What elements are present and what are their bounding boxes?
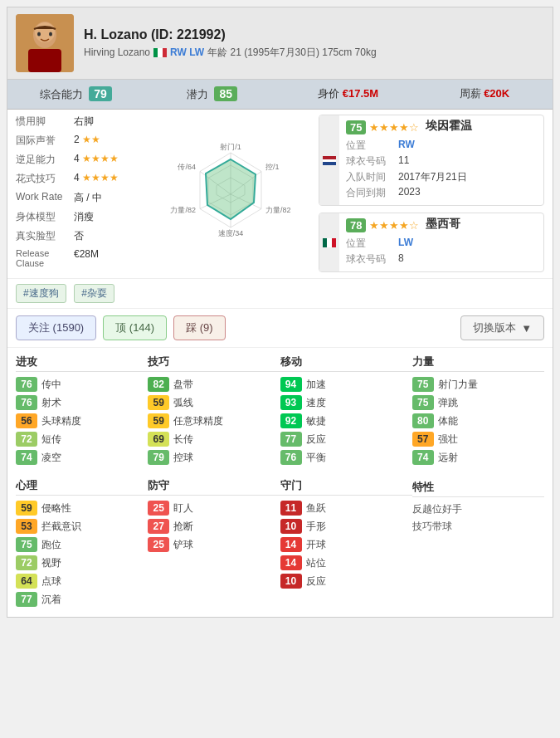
attr-minjie: 敏捷: [306, 414, 326, 428]
attr-qiangduan: 抢断: [173, 520, 193, 534]
attr-chenzhe: 沉着: [41, 593, 61, 607]
psv-rating: 75 ★★★★☆ 埃因霍温: [346, 119, 537, 135]
psv-flag: [319, 115, 339, 205]
attack-section: 进攻 76 传中 76 射术 56 头球精度 72: [16, 354, 148, 468]
avatar: [16, 14, 74, 72]
mexico-stars: ★★★★☆: [369, 219, 419, 232]
table-row: 92 敏捷: [280, 413, 412, 428]
score-kongqiu: 79: [148, 450, 169, 465]
overall-label: 综合能力: [40, 88, 83, 100]
preferred-foot-row: 惯用脚 右脚: [16, 115, 149, 129]
score-minjie: 92: [280, 413, 302, 428]
score-pingheng: 76: [280, 450, 302, 465]
table-row: 10 手形: [280, 519, 412, 534]
table-row: 25 盯人: [148, 501, 280, 516]
attr-huxian: 弧线: [173, 396, 193, 410]
attr-lingkong: 凌空: [41, 451, 61, 465]
real-face-row: 真实脸型 否: [16, 229, 149, 243]
movement-section: 移动 94 加速 93 速度 92 敏捷 77: [280, 354, 412, 468]
wage-stat: 周薪 €20K: [416, 80, 553, 109]
preferred-foot-value: 右脚: [74, 115, 94, 129]
score-chanqiu: 25: [148, 537, 169, 552]
psv-name: 埃因霍温: [426, 119, 472, 134]
svg-text:射门/1: 射门/1: [220, 143, 241, 151]
psv-join-label: 入队时间: [346, 170, 392, 184]
switch-version-button[interactable]: 切换版本 ▼: [460, 315, 544, 340]
traits-section: 特性 反越位好手 技巧带球: [412, 478, 544, 610]
real-face-value: 否: [74, 229, 84, 243]
score-fanying: 10: [280, 574, 302, 589]
mentality-title: 心理: [16, 478, 148, 496]
score-tanjiao: 75: [412, 395, 434, 410]
svg-marker-16: [206, 159, 256, 219]
like-button[interactable]: 顶 (144): [103, 315, 167, 340]
attr-kaiqiu: 开球: [306, 538, 326, 552]
psv-join-row: 入队时间 2017年7月21日: [346, 170, 537, 184]
potential-value: 85: [214, 86, 237, 101]
tag-juggle: #杂耍: [74, 284, 114, 303]
table-row: 59 任意球精度: [148, 413, 280, 428]
score-dianjiu: 64: [16, 574, 37, 589]
attr-sheshu: 射术: [41, 396, 61, 410]
player-header: H. Lozano (ID: 221992) Hirving Lozano RW…: [7, 7, 553, 80]
table-row: 82 盘带: [148, 377, 280, 392]
score-lingkong: 74: [16, 450, 37, 465]
body-type-row: 身体模型 消瘦: [16, 210, 149, 224]
action-bar: 关注 (1590) 顶 (144) 踩 (9) 切换版本 ▼: [7, 309, 553, 348]
psv-jersey-value: 11: [398, 154, 409, 169]
table-row: 72 视野: [16, 555, 148, 570]
body-type-value: 消瘦: [74, 210, 94, 224]
svg-point-6: [49, 32, 52, 37]
score-changchuan: 69: [148, 432, 169, 447]
svg-text:力量/82: 力量/82: [170, 206, 196, 214]
psv-position-row: 位置 RW: [346, 139, 537, 153]
weak-foot-stars: ★★★★: [82, 153, 119, 164]
svg-rect-4: [28, 49, 61, 72]
psv-jersey-label: 球衣号码: [346, 154, 392, 169]
weak-foot-label: 逆足能力: [16, 153, 74, 167]
overall-stat: 综合能力 79: [7, 80, 144, 109]
table-row: 75 弹跳: [412, 395, 544, 410]
potential-label: 潜力: [187, 88, 208, 100]
value-stat: 身价 €17.5M: [280, 80, 416, 109]
score-shouxing: 10: [280, 519, 302, 534]
svg-text:传/64: 传/64: [178, 163, 196, 171]
weak-foot-value: 4 ★★★★: [74, 153, 119, 167]
psv-jersey-row: 球衣号码 11: [346, 154, 537, 169]
switch-label: 切换版本: [473, 320, 516, 335]
score-huxian: 59: [148, 395, 169, 410]
table-row: 59 弧线: [148, 395, 280, 410]
dislike-button[interactable]: 踩 (9): [173, 315, 226, 340]
score-kaiqiu: 14: [280, 537, 302, 552]
table-row: 27 抢断: [148, 519, 280, 534]
intl-rep-row: 国际声誉 2 ★★: [16, 134, 149, 148]
table-row: 11 鱼跃: [280, 501, 412, 516]
release-clause-row: Release Clause €28M: [16, 248, 149, 268]
attr-shiyal: 视野: [41, 556, 61, 570]
score-qinlue: 59: [16, 501, 37, 516]
psv-join-value: 2017年7月21日: [398, 170, 467, 184]
work-rate-value: 高 / 中: [74, 191, 102, 205]
attr-tineng: 体能: [438, 414, 458, 428]
goalkeeping-items: 11 鱼跃 10 手形 14 开球 14 站位: [280, 501, 412, 589]
attr-chanqiu: 铲球: [173, 538, 193, 552]
follow-button[interactable]: 关注 (1590): [16, 315, 96, 340]
svg-point-2: [35, 22, 55, 42]
psv-stars: ★★★★☆: [369, 121, 419, 134]
score-landang: 53: [16, 519, 37, 534]
goalkeeping-title: 守门: [280, 478, 412, 496]
defending-section: 防守 25 盯人 27 抢断 25 铲球: [148, 478, 280, 610]
value-value: €17.5M: [343, 87, 378, 100]
mexico-position-row: 位置 LW: [346, 237, 537, 251]
score-tineng: 80: [412, 413, 434, 428]
attr-duanchuan: 短传: [41, 433, 61, 447]
psv-contract-label: 合同到期: [346, 186, 392, 200]
mentality-section: 心理 59 侵略性 53 拦截意识 75 跑位 72: [16, 478, 148, 610]
power-items: 75 射门力量 75 弹跳 80 体能 57 强壮: [412, 377, 544, 465]
attr-kongqiu: 控球: [173, 451, 193, 465]
table-row: 76 传中: [16, 377, 148, 392]
psv-position-label: 位置: [346, 139, 392, 153]
overall-value: 79: [89, 86, 112, 101]
attr-dianjiu: 点球: [41, 574, 61, 589]
player-name: H. Lozano (ID: 221992): [84, 27, 377, 42]
